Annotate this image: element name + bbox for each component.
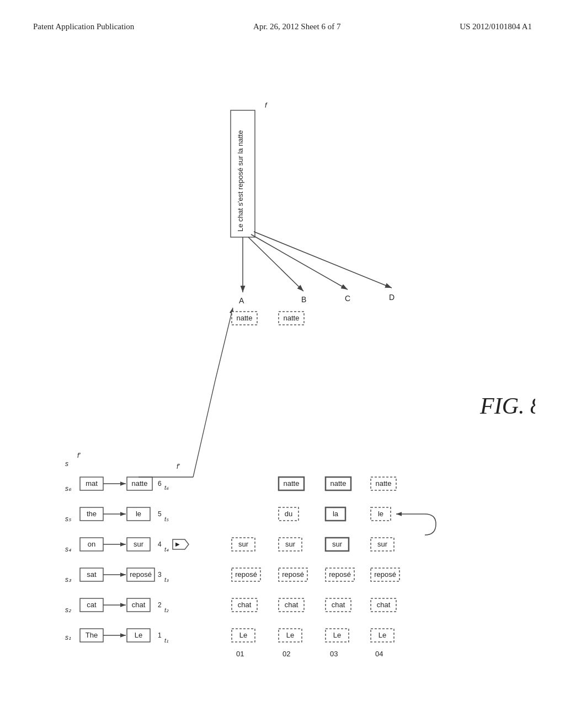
svg-text:sat: sat [87,570,97,579]
svg-text:le: le [378,510,383,518]
svg-text:04: 04 [375,650,383,658]
svg-text:s₆: s₆ [65,485,72,493]
svg-text:reposé: reposé [374,570,396,579]
date-sheet-label: Apr. 26, 2012 Sheet 6 of 7 [253,22,340,31]
svg-text:f: f [265,101,268,109]
svg-text:on: on [88,540,95,548]
svg-text:natte: natte [284,479,300,488]
svg-text:s₃: s₃ [65,576,72,584]
svg-text:t₄: t₄ [164,546,169,553]
svg-line-65 [193,381,215,477]
svg-text:Le: Le [333,631,341,639]
svg-text:2: 2 [158,601,162,609]
svg-text:f': f' [177,463,180,470]
svg-text:01: 01 [236,650,244,658]
svg-text:s₅: s₅ [65,515,72,523]
page-header: Patent Application Publication Apr. 26, … [0,22,565,31]
svg-text:t₆: t₆ [164,484,169,491]
svg-text:natte: natte [376,479,392,488]
svg-text:cat: cat [87,601,97,609]
svg-text:reposé: reposé [329,570,351,579]
svg-text:la: la [333,510,339,518]
svg-text:sur: sur [134,540,144,548]
svg-line-9 [254,232,392,288]
svg-text:le: le [136,510,141,518]
svg-text:3: 3 [158,571,162,579]
svg-text:▶: ▶ [175,541,180,547]
svg-text:Le chat s'est reposé sur la na: Le chat s'est reposé sur la natte [236,130,244,232]
header-center: Apr. 26, 2012 Sheet 6 of 7 [253,22,340,31]
diagram-svg: Le chat s'est reposé sur la natte f A B … [28,83,535,689]
svg-text:natte: natte [237,314,253,322]
svg-text:02: 02 [282,650,290,658]
diagram-area: Le chat s'est reposé sur la natte f A B … [28,83,535,689]
svg-text:4: 4 [158,540,162,548]
svg-text:natte: natte [132,479,148,488]
svg-text:t₂: t₂ [164,607,169,613]
svg-text:the: the [87,510,97,518]
svg-text:t₁: t₁ [164,637,168,644]
svg-text:sur: sur [285,540,296,548]
svg-text:sur: sur [238,540,249,548]
svg-text:5: 5 [158,510,162,518]
svg-text:s₂: s₂ [65,606,72,614]
svg-text:t₅: t₅ [164,516,169,522]
svg-text:sur: sur [332,540,343,548]
svg-text:D: D [389,293,395,302]
svg-text:reposé: reposé [282,570,304,579]
svg-text:Le: Le [286,631,294,639]
patent-number-label: US 2012/0101804 A1 [460,22,532,31]
svg-text:chat: chat [238,601,252,609]
svg-text:s₁: s₁ [65,634,71,641]
header-right: US 2012/0101804 A1 [460,22,532,31]
svg-text:Le: Le [135,631,142,639]
svg-text:6: 6 [158,480,162,488]
svg-text:natte: natte [284,314,300,322]
svg-line-8 [251,234,348,290]
header-left: Patent Application Publication [33,22,134,31]
svg-text:f': f' [77,452,81,459]
svg-text:t₃: t₃ [164,576,169,583]
svg-text:The: The [86,631,98,639]
svg-text:C: C [345,294,350,303]
svg-text:FIG. 8: FIG. 8 [479,393,535,419]
svg-text:s₄: s₄ [65,545,71,553]
svg-text:chat: chat [285,601,299,609]
publication-label: Patent Application Publication [33,22,134,31]
svg-text:natte: natte [331,479,347,488]
svg-text:reposé: reposé [130,570,152,579]
svg-text:reposé: reposé [235,570,257,579]
svg-text:chat: chat [377,601,391,609]
svg-text:mat: mat [86,479,98,488]
svg-text:03: 03 [330,650,338,658]
svg-line-66 [215,308,233,381]
svg-text:Le: Le [239,631,247,639]
svg-text:B: B [301,295,306,304]
svg-text:s: s [65,460,68,468]
svg-text:chat: chat [132,601,146,609]
svg-text:1: 1 [158,631,162,639]
svg-text:du: du [285,510,292,518]
svg-text:A: A [239,296,244,305]
svg-text:chat: chat [332,601,345,609]
svg-text:sur: sur [377,540,388,548]
svg-line-7 [248,237,303,291]
svg-text:Le: Le [379,631,386,639]
